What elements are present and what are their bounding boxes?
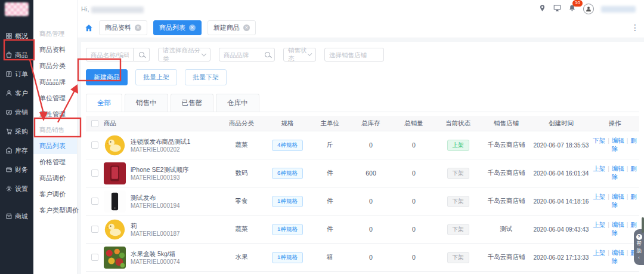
select-all-checkbox[interactable] bbox=[91, 120, 98, 127]
action-link[interactable]: 上架 bbox=[593, 221, 605, 228]
status-tabs: 全部销售中已售罄仓库中 bbox=[86, 94, 639, 112]
tab-close-icon[interactable]: × bbox=[243, 24, 250, 31]
batch-on-shelf-button[interactable]: 批量上架 bbox=[135, 69, 177, 85]
sidebar-item-label: 采购 bbox=[15, 127, 28, 136]
batch-off-shelf-button[interactable]: 批量下架 bbox=[185, 69, 227, 85]
created-time: 2020-06-04 09:43:43 bbox=[532, 226, 590, 233]
status-badge: 上架 bbox=[447, 140, 469, 151]
action-link[interactable]: 上架 bbox=[593, 165, 605, 172]
submenu-item[interactable]: 商品资料 bbox=[33, 42, 77, 58]
tab-overflow-menu-icon[interactable]: ⋮ bbox=[631, 23, 639, 32]
action-link[interactable]: 编辑 bbox=[612, 249, 624, 256]
create-product-button[interactable]: 新建商品 bbox=[86, 69, 128, 85]
page-tab[interactable]: 商品列表 × bbox=[153, 20, 202, 35]
action-separator: | bbox=[627, 250, 628, 256]
submenu-item[interactable]: 商品分类 bbox=[33, 58, 77, 74]
submenu-item[interactable]: 客户调价 bbox=[33, 186, 77, 202]
sidebar-item-5[interactable]: 营销 bbox=[0, 103, 33, 122]
help-widget[interactable]: ? 帮 助 ‹ bbox=[634, 229, 644, 265]
monitor-icon[interactable] bbox=[553, 4, 561, 14]
action-link[interactable]: 编辑 bbox=[612, 193, 624, 200]
search-icon bbox=[265, 52, 270, 57]
row-checkbox[interactable] bbox=[91, 198, 98, 205]
spec-count-badge[interactable]: 6种规格 bbox=[272, 168, 303, 179]
row-actions: 上架|编辑|删除 bbox=[590, 193, 639, 210]
sidebar-item-7[interactable]: 库存 bbox=[0, 141, 33, 160]
brand-search-input[interactable] bbox=[219, 48, 275, 61]
row-checkbox[interactable] bbox=[91, 226, 98, 233]
sidebar-item-2[interactable]: 商品 bbox=[0, 45, 33, 64]
tab-close-icon[interactable]: × bbox=[135, 24, 141, 31]
action-link[interactable]: 上架 bbox=[593, 193, 605, 200]
scrollbar-thumb[interactable] bbox=[642, 217, 644, 233]
spec-count-badge[interactable]: 1种规格 bbox=[272, 224, 303, 235]
column-header: 总销量 bbox=[392, 119, 435, 128]
submenu-item[interactable]: 客户类型调价 bbox=[33, 202, 77, 218]
home-icon[interactable] bbox=[85, 24, 93, 32]
sidebar-item-label: 财务 bbox=[15, 165, 28, 174]
keyword-search-input[interactable] bbox=[86, 48, 134, 61]
total-stock: 0 bbox=[349, 254, 392, 261]
submenu-item[interactable]: 单位管理 bbox=[33, 90, 77, 106]
page-tab-label: 商品列表 bbox=[159, 23, 185, 32]
action-separator: | bbox=[608, 221, 609, 228]
spec-count-badge[interactable]: 1种规格 bbox=[272, 252, 303, 263]
product-name: iPhone SE2测试顺序 bbox=[131, 165, 188, 175]
submenu-item[interactable]: 商品品牌 bbox=[33, 74, 77, 90]
location-icon[interactable] bbox=[538, 4, 546, 14]
sidebar-item-4[interactable]: 客户 bbox=[0, 84, 33, 103]
notification-badge: 10 bbox=[572, 0, 583, 7]
product-code: MATERIEL000193 bbox=[131, 174, 188, 181]
user-avatar[interactable] bbox=[583, 4, 594, 14]
search-button[interactable] bbox=[134, 48, 150, 61]
status-tab[interactable]: 仓库中 bbox=[216, 94, 259, 112]
product-category: 水果 bbox=[218, 253, 265, 261]
action-link[interactable]: 编辑 bbox=[612, 137, 624, 144]
status-badge: 下架 bbox=[447, 252, 469, 263]
submenu-item[interactable]: 价格管理 bbox=[33, 154, 77, 170]
status-tab[interactable]: 销售中 bbox=[125, 94, 168, 112]
main-unit: 件 bbox=[310, 197, 349, 205]
store-select-input[interactable] bbox=[324, 48, 384, 61]
product-category: 数码 bbox=[218, 169, 265, 177]
spec-count-badge[interactable]: 1种规格 bbox=[272, 196, 303, 207]
action-link[interactable]: 编辑 bbox=[612, 221, 624, 228]
sidebar-item-3[interactable]: 订单 bbox=[0, 64, 33, 84]
status-tab[interactable]: 已售罄 bbox=[171, 94, 214, 112]
action-link[interactable]: 编辑 bbox=[612, 165, 624, 172]
column-header: 操作 bbox=[590, 119, 639, 128]
submenu-item[interactable]: 属性管理 bbox=[33, 106, 77, 122]
sidebar-item-10[interactable]: 商城 bbox=[0, 207, 33, 226]
sale-status-select[interactable]: 销售状态 bbox=[283, 48, 316, 61]
submenu-item[interactable]: 商品调价 bbox=[33, 170, 77, 186]
sidebar-item-label: 库存 bbox=[15, 146, 28, 155]
notifications-bell-icon[interactable]: 10 bbox=[568, 4, 576, 14]
product-thumbnail bbox=[104, 247, 126, 269]
sidebar-item-6[interactable]: 采购 bbox=[0, 122, 33, 141]
status-tab[interactable]: 全部 bbox=[86, 94, 122, 112]
submenu-item[interactable]: 商品列表 bbox=[33, 138, 77, 154]
row-checkbox[interactable] bbox=[91, 170, 98, 177]
row-checkbox[interactable] bbox=[91, 254, 98, 261]
row-checkbox[interactable] bbox=[91, 141, 98, 149]
tab-close-icon[interactable]: × bbox=[189, 24, 196, 31]
page-tab-label: 新建商品 bbox=[213, 23, 240, 32]
sidebar-item-9[interactable]: 设置 bbox=[0, 179, 33, 198]
created-time: 2020-06-02 17:13:33 bbox=[532, 254, 590, 261]
page-tab[interactable]: 商品资料 × bbox=[99, 20, 147, 35]
chevron-down-icon bbox=[202, 51, 206, 56]
action-separator: | bbox=[608, 165, 609, 172]
product-name: 水果盒装 5kg/箱 bbox=[131, 250, 180, 259]
total-sales: 0 bbox=[392, 141, 435, 149]
product-code: MATERIEL000202 bbox=[131, 146, 190, 153]
page-tab[interactable]: 新建商品 × bbox=[208, 20, 256, 35]
category-select[interactable]: 请选择商品分类 bbox=[158, 48, 210, 61]
action-link[interactable]: 上架 bbox=[593, 249, 605, 256]
total-stock: 0 bbox=[349, 141, 392, 149]
sidebar-item-icon bbox=[5, 109, 13, 116]
spec-count-badge[interactable]: 4种规格 bbox=[272, 140, 303, 151]
action-separator: | bbox=[608, 250, 609, 256]
sidebar-item-8[interactable]: 财务 bbox=[0, 160, 33, 179]
action-link[interactable]: 下架 bbox=[593, 137, 605, 144]
sidebar-item-1[interactable]: 概况 bbox=[0, 26, 33, 45]
